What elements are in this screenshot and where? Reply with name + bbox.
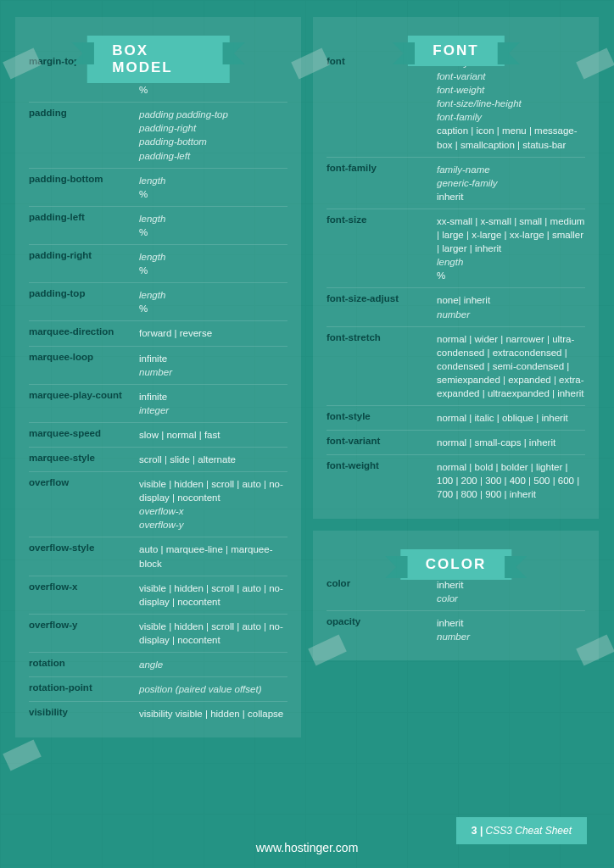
property-row: padding-toplength%: [29, 283, 287, 321]
property-row: rotation-pointposition (paired value off…: [29, 677, 287, 702]
property-values: infinitenumber: [139, 352, 287, 379]
font-rows: fontfont-stylefont-variantfont-weightfon…: [327, 51, 585, 507]
property-name: opacity: [327, 616, 437, 643]
property-row: visibilityvisibility visible | hidden | …: [29, 702, 287, 726]
property-name: font-weight: [327, 460, 437, 501]
property-row: rotationangle: [29, 653, 287, 677]
property-name: font-style: [327, 411, 437, 425]
color-rows: colorinheritcoloropacityinheritnumber: [327, 573, 585, 648]
property-values: length%: [139, 250, 287, 277]
property-row: font-stretchnormal | wider | narrower | …: [327, 327, 585, 406]
property-row: overflow-styleauto | marquee-line | marq…: [29, 537, 287, 576]
property-values: length%: [139, 174, 287, 201]
property-values: visible | hidden | scroll | auto | no-di…: [139, 477, 287, 531]
property-name: marquee-loop: [29, 352, 139, 379]
property-row: font-familyfamily-namegeneric-familyinhe…: [327, 158, 585, 209]
box-model-rows: margin-topautolength%paddingpadding padd…: [29, 51, 287, 726]
property-name: color: [327, 578, 437, 605]
property-name: marquee-direction: [29, 326, 139, 340]
property-values: scroll | slide | alternate: [139, 453, 287, 466]
property-values: infiniteinteger: [139, 390, 287, 417]
property-values: padding padding-toppadding-rightpadding-…: [139, 108, 287, 162]
property-name: font-size-adjust: [327, 293, 437, 320]
property-values: visibility visible | hidden | collapse: [139, 707, 287, 721]
property-name: padding-right: [29, 250, 139, 277]
property-values: auto | marquee-line | marquee-block: [139, 542, 287, 570]
property-values: family-namegeneric-familyinherit: [437, 163, 585, 203]
property-row: marquee-loopinfinitenumber: [29, 347, 287, 385]
property-name: padding-left: [29, 212, 139, 239]
property-name: font-stretch: [327, 332, 437, 400]
property-values: length%: [139, 212, 287, 239]
property-row: overflow-yvisible | hidden | scroll | au…: [29, 615, 287, 653]
property-values: xx-small | x-small | small | medium | la…: [437, 214, 585, 282]
property-name: visibility: [29, 707, 139, 721]
property-values: normal | small-caps | inherit: [437, 436, 585, 449]
property-row: marquee-directionforward | reverse: [29, 321, 287, 346]
box-model-ribbon: BOX MODEL: [87, 36, 230, 83]
property-row: font-sizexx-small | x-small | small | me…: [327, 209, 585, 288]
property-row: marquee-stylescroll | slide | alternate: [29, 448, 287, 472]
property-values: inheritnumber: [437, 616, 585, 643]
font-ribbon: FONT: [407, 36, 504, 66]
footer-url: www.hostinger.com: [256, 841, 359, 854]
property-values: position (paired value offset): [139, 682, 287, 696]
property-values: normal | wider | narrower | ultra-conden…: [437, 332, 585, 400]
property-row: padding-leftlength%: [29, 207, 287, 245]
property-row: font-weightnormal | bold | bolder | ligh…: [327, 455, 585, 506]
property-row: padding-bottomlength%: [29, 169, 287, 207]
property-row: font-size-adjustnone| inheritnumber: [327, 288, 585, 326]
property-row: marquee-play-countinfiniteinteger: [29, 385, 287, 423]
property-values: visible | hidden | scroll | auto | no-di…: [139, 620, 287, 647]
right-column: FONT fontfont-stylefont-variantfont-weig…: [313, 17, 599, 817]
property-name: marquee-play-count: [29, 390, 139, 417]
property-row: overflowvisible | hidden | scroll | auto…: [29, 472, 287, 537]
property-name: font-variant: [327, 436, 437, 449]
property-name: rotation: [29, 658, 139, 671]
property-values: font-stylefont-variantfont-weightfont-si…: [437, 56, 585, 152]
property-values: none| inheritnumber: [437, 293, 585, 320]
property-name: overflow: [29, 477, 139, 531]
property-name: padding-top: [29, 288, 139, 315]
page-container: BOX MODEL margin-topautolength%paddingpa…: [0, 0, 614, 868]
property-row: paddingpadding padding-toppadding-rightp…: [29, 103, 287, 168]
font-card: FONT fontfont-stylefont-variantfont-weig…: [313, 17, 599, 519]
property-row: font-variantnormal | small-caps | inheri…: [327, 431, 585, 455]
property-values: length%: [139, 288, 287, 315]
property-values: slow | normal | fast: [139, 428, 287, 442]
footer: www.hostinger.com: [0, 827, 614, 868]
left-column: BOX MODEL margin-topautolength%paddingpa…: [15, 17, 301, 817]
box-model-card: BOX MODEL margin-topautolength%paddingpa…: [15, 17, 301, 737]
property-name: overflow-x: [29, 581, 139, 609]
property-name: marquee-style: [29, 453, 139, 466]
property-values: visible | hidden | scroll | auto | no-di…: [139, 581, 287, 609]
property-values: angle: [139, 658, 287, 671]
property-row: overflow-xvisible | hidden | scroll | au…: [29, 576, 287, 615]
property-row: fontfont-stylefont-variantfont-weightfon…: [327, 51, 585, 158]
property-row: padding-rightlength%: [29, 245, 287, 283]
property-values: normal | italic | oblique | inherit: [437, 411, 585, 425]
property-name: marquee-speed: [29, 428, 139, 442]
property-name: font: [327, 56, 437, 152]
property-name: padding: [29, 108, 139, 162]
property-row: marquee-speedslow | normal | fast: [29, 423, 287, 448]
property-name: overflow-y: [29, 620, 139, 647]
color-ribbon: COLOR: [400, 549, 511, 580]
property-row: opacityinheritnumber: [327, 611, 585, 648]
property-values: normal | bold | bolder | lighter | 100 |…: [437, 460, 585, 501]
property-values: inheritcolor: [437, 578, 585, 605]
property-row: font-stylenormal | italic | oblique | in…: [327, 406, 585, 431]
property-name: font-family: [327, 163, 437, 203]
property-name: font-size: [327, 214, 437, 282]
property-name: padding-bottom: [29, 174, 139, 201]
property-values: forward | reverse: [139, 326, 287, 340]
property-name: rotation-point: [29, 682, 139, 696]
property-name: overflow-style: [29, 542, 139, 570]
color-card: COLOR colorinheritcoloropacityinheritnum…: [313, 531, 599, 660]
